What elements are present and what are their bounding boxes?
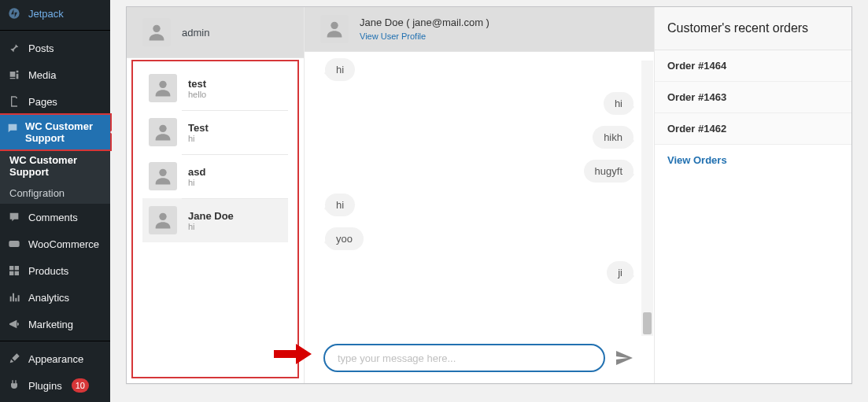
message-bubble: hi (325, 58, 355, 81)
conversation-name: test (188, 78, 206, 90)
avatar (149, 162, 177, 190)
woo-icon (6, 236, 22, 252)
chat-header: Jane Doe ( jane@mail.com ) View User Pro… (305, 7, 654, 52)
message-bubble: hikh (593, 126, 633, 149)
jetpack-icon (6, 6, 22, 21)
orders-panel: Customer's recent orders Order #1464Orde… (655, 7, 851, 383)
support-panel: admin testhelloTesthiasdhiJane Doehi Jan… (126, 6, 852, 384)
appearance-icon (6, 351, 22, 367)
sidebar-item-comments[interactable]: Comments (0, 204, 110, 231)
chat-panel: Jane Doe ( jane@mail.com ) View User Pro… (304, 7, 655, 383)
svg-point-0 (9, 8, 19, 18)
sidebar-item-label: Jetpack (28, 8, 64, 20)
sidebar-item-products[interactable]: Products (0, 257, 110, 284)
sidebar-item-label: Media (28, 69, 56, 81)
sidebar-item-label: Appearance (28, 353, 83, 365)
sidebar-item-woocommerce[interactable]: WooCommerce (0, 231, 110, 257)
svg-point-9 (159, 213, 166, 220)
analytics-icon (6, 290, 22, 305)
sidebar-item-label: Comments (28, 212, 78, 223)
message-input[interactable] (323, 344, 605, 372)
conversation-item[interactable]: Jane Doehi (142, 198, 288, 242)
sidebar-divider (0, 337, 110, 341)
admin-name: admin (182, 27, 209, 39)
admin-sidebar: JetpackPostsMediaPagesWC Customer Suppor… (0, 0, 110, 402)
message-list[interactable]: hihihikhhugyfthiyooji (305, 52, 654, 336)
marketing-icon (6, 316, 22, 332)
update-badge: 10 (72, 378, 89, 393)
chat-user-name: Jane Doe ( jane@mail.com ) (360, 17, 489, 28)
pin-icon (6, 40, 22, 56)
message-bubble: yoo (325, 227, 364, 250)
message-bubble: hi (325, 194, 355, 216)
conversation-preview: hi (188, 134, 209, 143)
sidebar-divider (0, 27, 110, 31)
sidebar-item-label: Marketing (28, 319, 73, 330)
message-bubble: hi (604, 92, 633, 115)
sidebar-item-label: Pages (28, 96, 57, 108)
conversation-panel: admin testhelloTesthiasdhiJane Doehi (127, 7, 304, 383)
product-icon (6, 263, 22, 278)
sidebar-item-label: Posts (28, 42, 54, 54)
sidebar-item-appearance[interactable]: Appearance (0, 345, 110, 372)
svg-point-10 (331, 22, 338, 29)
scrollbar[interactable] (641, 61, 653, 336)
send-button[interactable] (613, 347, 635, 369)
sidebar-item-label: Analytics (28, 292, 69, 304)
view-orders-link[interactable]: View Orders (655, 145, 851, 175)
sidebar-item-label: Products (28, 265, 68, 277)
conversation-preview: hello (188, 90, 206, 99)
avatar (149, 118, 177, 146)
order-row[interactable]: Order #1464 (655, 50, 851, 82)
order-row[interactable]: Order #1463 (655, 82, 851, 113)
orders-title: Customer's recent orders (655, 7, 851, 50)
svg-point-7 (159, 125, 166, 132)
avatar (149, 74, 177, 102)
sidebar-item-users[interactable]: Users (0, 399, 110, 402)
conversation-item[interactable]: testhello (142, 66, 288, 110)
sidebar-item-pages[interactable]: Pages (0, 88, 110, 115)
conversation-name: Test (188, 122, 209, 134)
sidebar-item-label: WooCommerce (28, 238, 99, 250)
conversation-item[interactable]: asdhi (142, 154, 288, 198)
sidebar-subitem-configration[interactable]: Configration (0, 183, 110, 204)
conversation-name: asd (188, 166, 205, 178)
sidebar-item-wc-customer-support[interactable]: WC Customer Support (0, 113, 112, 151)
conversation-item[interactable]: Testhi (142, 110, 288, 154)
conversation-preview: hi (188, 222, 234, 231)
avatar (149, 206, 177, 234)
page-icon (6, 94, 22, 109)
sidebar-item-marketing[interactable]: Marketing (0, 311, 110, 337)
avatar (142, 18, 171, 46)
send-icon (615, 349, 633, 367)
sidebar-item-label: WC Customer Support (25, 120, 104, 144)
view-profile-link[interactable]: View User Profile (360, 31, 426, 41)
svg-point-5 (153, 25, 160, 32)
sidebar-item-plugins[interactable]: Plugins10 (0, 372, 110, 399)
svg-rect-1 (9, 241, 19, 247)
admin-header: admin (127, 7, 304, 58)
sidebar-item-analytics[interactable]: Analytics (0, 284, 110, 311)
sidebar-item-jetpack[interactable]: Jetpack (0, 0, 110, 27)
chat-icon (6, 120, 19, 136)
avatar (320, 15, 349, 43)
scrollbar-thumb[interactable] (643, 312, 652, 334)
order-row[interactable]: Order #1462 (655, 113, 851, 145)
message-bubble: hugyft (584, 160, 633, 183)
sidebar-item-posts[interactable]: Posts (0, 35, 110, 61)
sidebar-item-label: Plugins (28, 380, 62, 392)
sidebar-item-media[interactable]: Media (0, 61, 110, 88)
message-bubble: ji (607, 261, 633, 284)
conversation-name: Jane Doe (188, 210, 234, 222)
media-icon (6, 67, 22, 83)
plugins-icon (6, 378, 22, 393)
svg-point-6 (159, 81, 166, 88)
comment-icon (6, 209, 22, 225)
svg-point-8 (159, 169, 166, 176)
sidebar-subitem-wc-customer-support[interactable]: WC Customer Support (0, 149, 110, 183)
conversation-preview: hi (188, 178, 205, 187)
chat-input-row (305, 336, 654, 383)
conversation-list: testhelloTesthiasdhiJane Doehi (131, 60, 299, 378)
